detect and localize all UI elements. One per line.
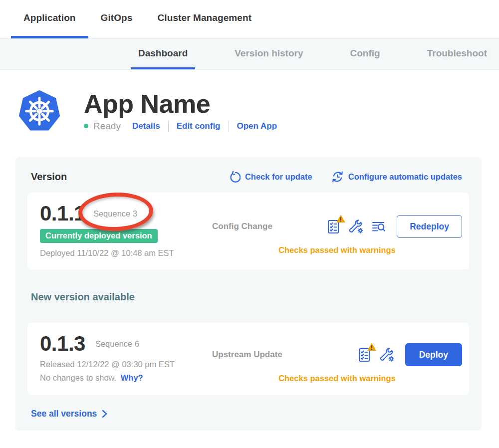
app-header: App Name Ready Details Edit config Open …	[17, 88, 499, 133]
see-all-versions-label: See all versions	[31, 409, 97, 419]
chevron-right-icon	[102, 410, 107, 418]
open-app-link[interactable]: Open App	[237, 121, 277, 131]
deployed-timestamp: Deployed 11/10/22 @ 10:48 am EST	[40, 248, 212, 258]
details-link[interactable]: Details	[132, 121, 160, 131]
secondary-nav: Dashboard Version history Config Trouble…	[0, 38, 499, 70]
preflight-checks-icon[interactable]	[326, 219, 342, 234]
configure-automatic-updates-link[interactable]: Configure automatic updates	[331, 171, 462, 183]
available-version-card: 0.1.3 Sequence 6 Released 12/12/22 @ 03:…	[27, 323, 469, 395]
version-panel-title: Version	[31, 171, 67, 183]
divider	[168, 121, 169, 132]
nav-item-gitops[interactable]: GitOps	[88, 0, 145, 38]
currently-deployed-badge: Currently deployed version	[40, 229, 158, 243]
why-link[interactable]: Why?	[121, 373, 143, 382]
divider	[229, 121, 229, 132]
available-version-sequence: Sequence 6	[95, 339, 139, 349]
edit-config-link[interactable]: Edit config	[177, 121, 221, 131]
preflight-status-text: Checks passed with warnings	[212, 245, 462, 255]
no-changes-text: No changes to show.	[40, 373, 116, 382]
preflight-checks-icon[interactable]	[357, 347, 373, 363]
check-for-update-label: Check for update	[245, 172, 312, 182]
nav-item-application[interactable]: Application	[11, 0, 88, 38]
deploy-button[interactable]: Deploy	[405, 343, 462, 366]
warning-triangle-icon	[336, 214, 346, 223]
tab-troubleshoot[interactable]: Troubleshoot	[420, 39, 495, 69]
primary-nav: Application GitOps Cluster Management	[0, 0, 499, 38]
nav-item-cluster-management[interactable]: Cluster Management	[145, 0, 264, 38]
released-timestamp: Released 12/12/22 @ 03:30 pm EST	[40, 360, 212, 369]
edit-config-icon[interactable]	[348, 219, 364, 234]
tab-config[interactable]: Config	[343, 39, 388, 69]
see-all-versions-link[interactable]: See all versions	[31, 409, 107, 419]
warning-triangle-icon	[367, 342, 377, 351]
current-version-card: 0.1.1 Sequence 3 Currently deployed vers…	[27, 193, 469, 269]
preflight-status-text: Checks passed with warnings	[212, 374, 462, 383]
tab-version-history[interactable]: Version history	[227, 39, 310, 69]
redeploy-button[interactable]: Redeploy	[397, 215, 462, 238]
version-source-label: Upstream Update	[212, 350, 282, 360]
version-source-label: Config Change	[212, 222, 272, 231]
configure-automatic-updates-label: Configure automatic updates	[348, 172, 462, 182]
version-panel: Version Check for update Configure autom…	[15, 157, 482, 431]
page-title: App Name	[84, 90, 277, 117]
auto-update-icon	[331, 171, 344, 183]
status-ready-dot-icon	[84, 124, 88, 128]
kubernetes-logo-icon	[17, 88, 61, 133]
refresh-icon	[228, 171, 241, 183]
status-text: Ready	[93, 121, 121, 132]
view-files-icon[interactable]	[371, 219, 387, 234]
tab-dashboard[interactable]: Dashboard	[131, 39, 195, 69]
check-for-update-link[interactable]: Check for update	[228, 171, 312, 183]
edit-config-icon[interactable]	[379, 347, 395, 363]
current-version-sequence: Sequence 3	[93, 209, 137, 219]
available-version-number: 0.1.3	[40, 333, 85, 355]
current-version-number: 0.1.1	[40, 203, 85, 224]
new-version-heading: New version available	[31, 291, 469, 303]
